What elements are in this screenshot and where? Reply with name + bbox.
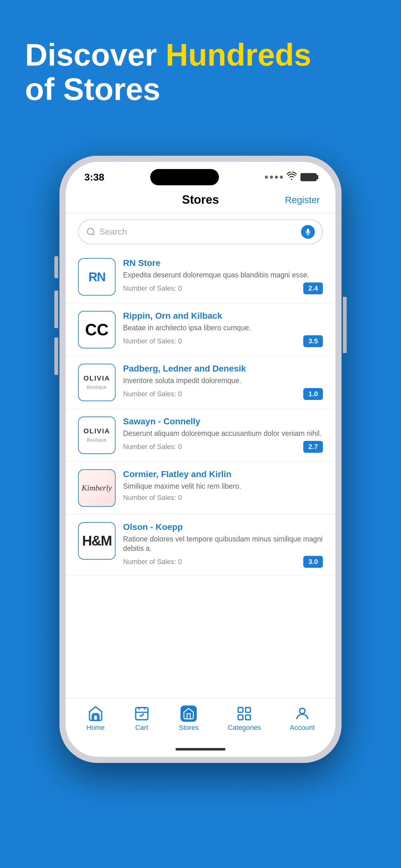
bottom-nav: Home Cart [66, 698, 335, 745]
svg-rect-6 [245, 707, 250, 712]
store-sales-sawayn: Number of Sales: 0 [123, 443, 182, 451]
cart-icon [134, 706, 150, 722]
store-rating-olson: 3.0 [303, 556, 323, 568]
olivia-logo-text: OLIVIABoutique [83, 374, 110, 391]
svg-rect-8 [245, 715, 250, 720]
store-logo-rippin: CC [78, 311, 115, 348]
svg-point-0 [88, 228, 94, 235]
store-sales-row-sawayn: Number of Sales: 0 2.7 [123, 441, 323, 453]
store-name-rn: RN Store [123, 258, 323, 268]
store-item-cormier[interactable]: Kimberly Cormier, Flatley and Kirlin Sim… [66, 462, 335, 515]
store-logo-padberg: OLIVIABoutique [78, 364, 115, 401]
svg-rect-7 [238, 715, 243, 720]
store-name-sawayn: Sawayn - Connelly [123, 416, 323, 427]
store-desc-cormier: Similique maxime velit hic rem libero. [123, 482, 323, 491]
olivia2-logo-text: OLIVIABoutique [83, 427, 110, 444]
store-rating-rn: 2.4 [303, 282, 323, 294]
store-info-sawayn: Sawayn - Connelly Deserunt aliquam dolor… [123, 416, 323, 453]
store-info-rn: RN Store Expedita deserunt doloremque qu… [123, 258, 323, 294]
signal-dots [265, 176, 283, 179]
svg-rect-4 [136, 707, 148, 720]
headline-text: Discover Hundreds of Stores [25, 37, 376, 106]
store-item-olson[interactable]: H&M Olson - Koepp Ratione dolores vel te… [66, 515, 335, 576]
status-bar: 3:38 [66, 162, 335, 187]
nav-label-home: Home [86, 724, 105, 732]
search-bar[interactable]: Search [78, 219, 323, 244]
nav-item-account[interactable]: Account [290, 706, 315, 732]
home-indicator [66, 745, 335, 757]
store-item-rippin[interactable]: CC Rippin, Orn and Kilback Beatae in arc… [66, 303, 335, 356]
register-button[interactable]: Register [285, 195, 320, 205]
signal-dot [275, 176, 278, 179]
store-info-rippin: Rippin, Orn and Kilback Beatae in archit… [123, 311, 323, 347]
signal-dot [280, 176, 283, 179]
nav-label-account: Account [290, 724, 315, 732]
store-desc-rippin: Beatae in architecto ipsa libero cumque. [123, 323, 323, 333]
nav-item-stores[interactable]: Stores [179, 706, 199, 732]
battery-icon [300, 173, 317, 181]
nav-item-categories[interactable]: Categories [228, 706, 261, 732]
store-sales-rn: Number of Sales: 0 [123, 284, 182, 292]
store-logo-olson: H&M [78, 522, 115, 560]
svg-rect-5 [238, 707, 243, 712]
nav-item-cart[interactable]: Cart [134, 706, 150, 732]
store-sales-row-rippin: Number of Sales: 0 3.5 [123, 335, 323, 347]
headline: Discover Hundreds of Stores [25, 37, 376, 106]
store-info-cormier: Cormier, Flatley and Kirlin Similique ma… [123, 469, 323, 502]
nav-label-cart: Cart [135, 724, 148, 732]
nav-label-stores: Stores [179, 724, 199, 732]
store-item-sawayn[interactable]: OLIVIABoutique Sawayn - Connelly Deserun… [66, 409, 335, 462]
store-logo-sawayn: OLIVIABoutique [78, 416, 115, 454]
store-sales-olson: Number of Sales: 0 [123, 558, 182, 566]
store-sales-rippin: Number of Sales: 0 [123, 337, 182, 345]
headline-part1: Discover [25, 37, 166, 72]
store-item-padberg[interactable]: OLIVIABoutique Padberg, Ledner and Denes… [66, 356, 335, 409]
search-icon [86, 227, 96, 237]
store-sales-row-cormier: Number of Sales: 0 [123, 494, 323, 502]
phone-screen: 3:38 [66, 162, 335, 757]
nav-label-categories: Categories [228, 724, 261, 732]
store-item-rn[interactable]: RN RN Store Expedita deserunt doloremque… [66, 251, 335, 303]
side-btn-volume-up [54, 290, 58, 328]
store-name-padberg: Padberg, Ledner and Denesik [123, 364, 323, 374]
status-icons [265, 172, 317, 183]
store-info-olson: Olson - Koepp Ratione dolores vel tempor… [123, 522, 323, 568]
stores-icon [180, 706, 197, 722]
store-list: RN RN Store Expedita deserunt doloremque… [66, 251, 335, 698]
mic-icon[interactable] [301, 225, 315, 239]
store-info-padberg: Padberg, Ledner and Denesik Inventore so… [123, 364, 323, 400]
home-icon [88, 706, 104, 722]
store-rating-sawayn: 2.7 [303, 441, 323, 453]
cc-logo-text: CC [85, 321, 108, 338]
search-input[interactable]: Search [99, 227, 297, 237]
store-name-olson: Olson - Koepp [123, 522, 323, 532]
nav-item-home[interactable]: Home [86, 706, 105, 732]
store-name-cormier: Cormier, Flatley and Kirlin [123, 469, 323, 479]
hm-logo-text: H&M [82, 533, 111, 549]
store-sales-padberg: Number of Sales: 0 [123, 390, 182, 398]
phone-wrapper: 3:38 [60, 156, 341, 763]
store-logo-rn: RN [78, 258, 115, 296]
svg-point-9 [300, 708, 305, 713]
store-rating-rippin: 3.5 [303, 335, 323, 347]
store-desc-olson: Ratione dolores vel tempore quibusdam mi… [123, 535, 323, 553]
phone-frame: 3:38 [60, 156, 341, 763]
signal-dot [270, 176, 273, 179]
signal-dot [265, 176, 268, 179]
account-icon [294, 706, 310, 722]
store-logo-cormier: Kimberly [78, 469, 115, 507]
side-btn-mute [54, 256, 58, 278]
side-btn-volume-down [54, 337, 58, 375]
side-btn-power [343, 297, 347, 353]
categories-icon [236, 706, 252, 722]
store-name-rippin: Rippin, Orn and Kilback [123, 311, 323, 321]
store-sales-row-rn: Number of Sales: 0 2.4 [123, 282, 323, 294]
store-sales-cormier: Number of Sales: 0 [123, 494, 182, 502]
search-container: Search [66, 213, 335, 251]
headline-highlight: Hundreds [166, 37, 311, 72]
wifi-icon [287, 172, 297, 183]
store-desc-padberg: Inventore soluta impedit doloremque. [123, 376, 323, 385]
store-sales-row-padberg: Number of Sales: 0 1.0 [123, 388, 323, 400]
dynamic-island [150, 169, 219, 185]
store-rating-padberg: 1.0 [303, 388, 323, 400]
